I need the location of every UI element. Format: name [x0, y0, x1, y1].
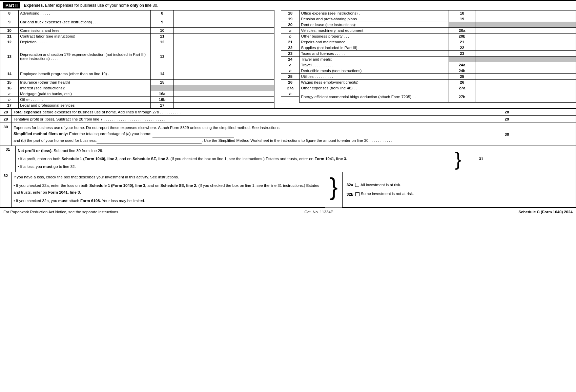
input-22[interactable]	[475, 45, 576, 51]
input-26[interactable]	[475, 80, 576, 85]
table-row-28: 28 Total expenses before expenses for bu…	[0, 108, 576, 116]
part-header: Part II Expenses. Enter expenses for bus…	[0, 0, 576, 10]
desc-10: Commissions and fees .	[19, 28, 151, 34]
checkbox-32a-row: 32a All investment is at risk.	[347, 183, 572, 187]
box-16a: 16a	[151, 91, 174, 97]
box-24b: 24b	[449, 68, 475, 74]
input-11[interactable]	[174, 34, 274, 39]
input-23[interactable]	[475, 51, 576, 57]
table-row-30: 30 Expenses for business use of your hom…	[0, 123, 576, 146]
line-num-18: 18	[281, 10, 300, 16]
box-14: 14	[151, 68, 174, 80]
input-18[interactable]	[475, 10, 576, 16]
line-num-27a: 27a	[281, 85, 300, 91]
input-30[interactable]	[515, 123, 576, 146]
input-20b[interactable]	[475, 34, 576, 39]
brace-31: }	[446, 146, 470, 172]
line-num-32: 32	[0, 172, 12, 207]
input-27b[interactable]	[475, 91, 576, 103]
desc-23: Taxes and licenses . . . . .	[300, 51, 449, 57]
desc-13: Depreciation and section 179 expense ded…	[19, 45, 151, 68]
box-16-shaded	[151, 85, 174, 91]
line31-table: 31 Net profit or (loss). Subtract line 3…	[0, 146, 576, 172]
input-24a[interactable]	[475, 62, 576, 68]
line-num-12: 12	[0, 39, 19, 45]
input-16a[interactable]	[174, 91, 274, 97]
input-29[interactable]	[515, 116, 576, 123]
table-row-29: 29 Tentative profit or (loss). Subtract …	[0, 116, 576, 123]
line-num-13: 13	[0, 45, 19, 68]
line-num-16a-label: a	[0, 91, 19, 97]
desc-25: Utilities . . . . . . . . .	[300, 74, 449, 80]
input-24-shaded	[475, 57, 576, 62]
input-24b[interactable]	[475, 68, 576, 74]
input-13[interactable]	[174, 45, 274, 68]
line-num-25: 25	[281, 74, 300, 80]
line-num-10: 10	[0, 28, 19, 34]
line-num-24a-label: a	[281, 62, 300, 68]
input-19[interactable]	[475, 16, 576, 22]
desc-9: Car and truck expenses (see instructions…	[19, 16, 151, 28]
input-14[interactable]	[174, 68, 274, 80]
checkbox-32b-row: 32b Some investment is not at risk.	[347, 192, 572, 196]
line-num-26: 26	[281, 80, 300, 85]
box-30: 30	[499, 123, 515, 146]
checkbox-32a[interactable]	[355, 183, 359, 187]
input-10[interactable]	[174, 28, 274, 34]
table-row: 8 Advertising . . . . . 8 18 Office expe…	[0, 10, 576, 16]
desc-26: Wages (less employment credits)	[300, 80, 449, 85]
input-27a[interactable]	[475, 85, 576, 91]
expense-table: 8 Advertising . . . . . 8 18 Office expe…	[0, 10, 576, 108]
brace-32: }	[325, 172, 342, 207]
box-28: 28	[499, 108, 515, 116]
desc-28: Total expenses before expenses for busin…	[11, 108, 499, 116]
line-num-20a-label: a	[281, 28, 300, 34]
footer: For Paperwork Reduction Act Notice, see …	[0, 208, 576, 216]
desc-24b: Deductible meals (see instructions)	[300, 68, 449, 74]
part-badge: Part II	[3, 2, 20, 8]
desc-24a: Travel . . . . . . . . . .	[300, 62, 449, 68]
line32-table: 32 If you have a loss, check the box tha…	[0, 172, 576, 208]
desc-8: Advertising . . . . .	[19, 10, 151, 16]
footer-center: Cat. No. 11334P	[305, 210, 333, 214]
footer-left: For Paperwork Reduction Act Notice, see …	[3, 210, 119, 214]
line-num-24b-label: b	[281, 68, 300, 74]
box-26: 26	[449, 80, 475, 85]
line-num-31: 31	[0, 146, 16, 172]
input-16b[interactable]	[174, 97, 274, 103]
line-num-27b-label: b	[281, 91, 300, 97]
box32b-label: 32b	[347, 192, 353, 196]
table-row: 16 Interest (see instructions): 27a Othe…	[0, 85, 576, 91]
desc-31: Net profit or (loss). Subtract line 30 f…	[16, 146, 446, 172]
input-17[interactable]	[174, 103, 274, 108]
line28-table: 28 Total expenses before expenses for bu…	[0, 108, 576, 123]
table-row: 12 Depletion . . . . . 12 21 Repairs and…	[0, 39, 576, 45]
box-21: 21	[449, 39, 475, 45]
input-15[interactable]	[174, 80, 274, 85]
checkbox-32b[interactable]	[355, 192, 359, 196]
part-title: Expenses. Enter expenses for business us…	[24, 3, 158, 8]
desc-20: Rent or lease (see instructions):	[300, 22, 449, 28]
box-25: 25	[449, 74, 475, 80]
checkbox-32b-text: Some investment is not at risk.	[361, 192, 414, 196]
desc-24: Travel and meals:	[300, 57, 449, 62]
input-9[interactable]	[174, 16, 274, 28]
input-28[interactable]	[515, 108, 576, 116]
box-10: 10	[151, 28, 174, 34]
box-16b: 16b	[151, 97, 174, 103]
input-20a[interactable]	[475, 28, 576, 34]
input-21[interactable]	[475, 39, 576, 45]
input-25[interactable]	[475, 74, 576, 80]
line-num-9: 9	[0, 16, 19, 28]
line-num-11: 11	[0, 34, 19, 39]
desc-11: Contract labor (see instructions)	[19, 34, 151, 39]
input-12[interactable]	[174, 39, 274, 45]
box-27b: 27b	[449, 91, 475, 103]
box-29: 29	[499, 116, 515, 123]
desc-32-checkboxes: 32a All investment is at risk. 32b Some …	[342, 172, 576, 207]
box-20a: 20a	[449, 28, 475, 34]
input-31[interactable]	[492, 146, 576, 172]
input-8[interactable]	[174, 10, 274, 16]
desc-29: Tentative profit or (loss). Subtract lin…	[11, 116, 499, 123]
box-17: 17	[151, 103, 174, 108]
